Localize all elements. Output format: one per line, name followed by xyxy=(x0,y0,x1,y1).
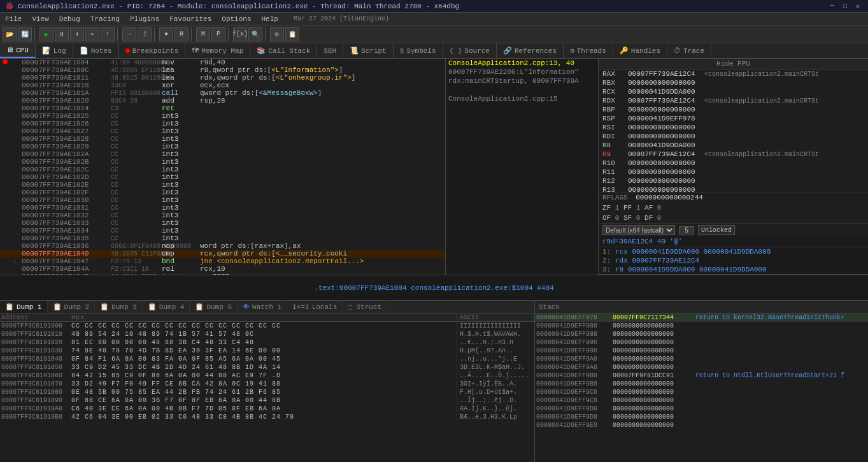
menu-file[interactable]: File xyxy=(0,13,27,25)
stack-row[interactable]: 00000041D9EFF9800000000000000000 xyxy=(535,322,868,330)
tab-breakpoints[interactable]: Breakpoints xyxy=(119,43,186,58)
calc-btn[interactable]: f(x) xyxy=(233,27,247,41)
disasm-row[interactable]: 00007FF739AE102BCCint3 xyxy=(0,158,445,166)
register-value[interactable]: 0000000000000000 xyxy=(628,159,704,167)
register-value[interactable]: 00000041D9EFF978 xyxy=(628,115,704,122)
disasm-row[interactable]: 00007FF739AE1027CCint3 xyxy=(0,127,445,135)
register-value[interactable]: 0000000000000000 xyxy=(628,79,704,87)
dump-tab[interactable]: ⬚ Struct xyxy=(343,301,387,313)
menu-favourites[interactable]: Favourites xyxy=(164,13,217,25)
disasm-row[interactable]: 00007FF739AE1029CCint3 xyxy=(0,143,445,150)
dump-row[interactable]: 00007FF9C819107033 D2 49 F7 F0 49 FF CE … xyxy=(0,380,534,388)
tab-handles[interactable]: 🔑 Handles xyxy=(613,43,667,58)
disasm-row[interactable]: 00007FF739AE104048:8D05 C11F0000cmprcx,q… xyxy=(0,250,445,257)
tab-symbols[interactable]: § Symbols xyxy=(394,43,443,58)
menu-view[interactable]: View xyxy=(27,13,53,25)
step-out-button[interactable]: ↑ xyxy=(101,27,115,41)
disasm-row[interactable]: 00007FF739AE102083C4 28addrsp,28 xyxy=(0,97,445,105)
dump-tab[interactable]: 📋 Dump 4 xyxy=(143,301,190,313)
dump-row[interactable]: 00007FF9C819106084 42 15 85 C9 0F 86 6A … xyxy=(0,372,534,380)
run-to-return[interactable]: ⤴ xyxy=(138,27,152,41)
restart-button[interactable]: 🔄 xyxy=(18,27,32,41)
tab-cpu[interactable]: 🖥 CPU xyxy=(0,43,36,58)
log-btn[interactable]: 📋 xyxy=(285,27,299,41)
hide-fpu-button[interactable]: Hide FPU xyxy=(599,59,868,69)
disasm-row[interactable]: 00007FF739AE1028CCint3 xyxy=(0,135,445,143)
tab-log[interactable]: 📝 Log xyxy=(36,43,73,58)
register-value[interactable]: 00007FF739AE12C4 xyxy=(628,97,704,105)
menu-tracing[interactable]: Tracing xyxy=(85,13,125,25)
stack-row[interactable]: 00000041D9EFF9880000000000000000 xyxy=(535,330,868,338)
menu-help[interactable]: Help xyxy=(257,13,283,25)
register-value[interactable]: 0000000000000000 xyxy=(628,133,704,140)
minimize-button[interactable]: ─ xyxy=(827,2,837,11)
stack-row[interactable]: 00000041D9EFF9900000000000000000 xyxy=(535,338,868,347)
dump-tab[interactable]: 📋 Dump 1 xyxy=(0,301,48,313)
dump-row[interactable]: 00007FF9C819103074 9E 40 78 70 4D 7B 8D … xyxy=(0,347,534,355)
menu-debug[interactable]: Debug xyxy=(54,13,85,25)
dump-row[interactable]: 00007FF9C81910800E 48 5B 00 75 85 EA 44 … xyxy=(0,388,534,396)
register-value[interactable]: 0000000000000000 xyxy=(628,168,704,176)
register-value[interactable]: 0000000000000000 xyxy=(628,186,704,192)
disasm-row[interactable]: 00007FF739AE1030CCint3 xyxy=(0,196,445,204)
stack-row[interactable]: 00000041D9EFF9D80000000000000000 xyxy=(535,413,868,421)
tab-source[interactable]: { } Source xyxy=(443,43,497,58)
disasm-row[interactable]: 00007FF739AE10366666:0F1F8400 0000000nop… xyxy=(0,242,445,250)
stack-row[interactable]: 00000041D9EFF9E00000000000000000 xyxy=(535,421,868,430)
hardware-bp[interactable]: H xyxy=(174,27,189,41)
register-value[interactable]: 0000000000000000 xyxy=(628,177,704,185)
step-into-button[interactable]: ⬇ xyxy=(70,27,84,41)
dump-row[interactable]: 00007FF9C81910B042 C6 04 3E 00 EB 02 33 … xyxy=(0,413,534,421)
menu-plugins[interactable]: Plugins xyxy=(125,13,164,25)
stack-row[interactable]: 00000041D9EFF9C80000000000000000 xyxy=(535,396,868,405)
menu-options[interactable]: Options xyxy=(217,13,256,25)
dump-tab[interactable]: 📋 Dump 2 xyxy=(48,301,96,313)
disasm-row[interactable]: 00007FF739AE101148:8D15 00120000leardx,q… xyxy=(0,74,445,82)
tab-memory-map[interactable]: 🗺 Memory Map xyxy=(185,43,250,58)
tab-references[interactable]: 🔗 References xyxy=(497,43,564,58)
dump-row[interactable]: 00007FF9C8191000CC CC CC CC CC CC CC CC … xyxy=(0,322,534,330)
run-button[interactable]: ▶ xyxy=(39,27,53,41)
titlebar-controls[interactable]: ─ □ ✕ xyxy=(827,2,863,11)
disasm-row[interactable]: 00007FF739AE1033CCint3 xyxy=(0,219,445,227)
settings-btn[interactable]: ⚙ xyxy=(270,27,284,41)
dump-row[interactable]: 00007FF9C819105033 C9 D2 45 33 DC 4B 2D … xyxy=(0,363,534,372)
disasm-row[interactable]: 00007FF739AE102ACCint3 xyxy=(0,150,445,158)
stack-row[interactable]: 00000041D9EFF9C00000000000000000 xyxy=(535,388,868,396)
disasm-row[interactable]: 00007FF739AE100C4C:8D05 EF110000lear8,qw… xyxy=(0,66,445,74)
disasm-row[interactable]: 00007FF739AE1026CCint3 xyxy=(0,120,445,127)
tab-call-stack[interactable]: 📚 Call Stack xyxy=(250,43,317,58)
stack-content[interactable]: 00000041D9EFF97800007FF9C7117344return t… xyxy=(535,314,868,462)
disasm-row[interactable]: 00007FF739AE1024C3ret xyxy=(0,105,445,112)
disasm-row[interactable]: 00007FF739AE100441:B9 40000000movr9d,40 xyxy=(0,59,445,66)
arg-count-input[interactable] xyxy=(679,226,694,235)
disasm-row[interactable]: 00007FF739AE102ECCint3 xyxy=(0,181,445,189)
register-value[interactable]: 00007FF739AE12C4 xyxy=(628,70,704,78)
maximize-button[interactable]: □ xyxy=(840,2,850,11)
disasm-row[interactable]: 00007FF739AE104E66:F7C1 FFFFtestcx,FFFF xyxy=(0,273,445,275)
dump-content[interactable]: AddressHexASCII00007FF9C8191000CC CC CC … xyxy=(0,314,534,462)
disasm-row[interactable]: 00007FF739AE1032CCint3 xyxy=(0,212,445,219)
toggle-bp[interactable]: ● xyxy=(159,27,173,41)
disasm-row[interactable]: 00007FF739AE1034CCint3 xyxy=(0,227,445,235)
dump-row[interactable]: 00007FF9C81910A0C6 40 3E CE 6A 0A 00 4B … xyxy=(0,405,534,413)
dump-row[interactable]: 00007FF9C81910400F 84 F1 6A 0A 00 83 FA … xyxy=(0,355,534,363)
stack-row[interactable]: 00000041D9EFF9980000000000000000 xyxy=(535,347,868,355)
stack-row[interactable]: 00000041D9EFF97800007FF9C7117344return t… xyxy=(535,314,868,322)
disasm-row[interactable]: 00007FF739AE101833C0xorecx,ecx xyxy=(0,82,445,89)
register-value[interactable]: 00000041D9DDA000 xyxy=(628,141,704,149)
run-to-cursor[interactable]: → xyxy=(122,27,136,41)
disasm-row[interactable]: 00007FF739AE1035CCint3 xyxy=(0,235,445,242)
stack-row[interactable]: 00000041D9EFF9B80000000000000000 xyxy=(535,380,868,388)
register-value[interactable]: 0000000000000000 xyxy=(628,124,704,131)
disasm-row[interactable]: 00007FF739AE102FCCint3 xyxy=(0,189,445,196)
tab-notes[interactable]: 📄 Notes xyxy=(73,43,119,58)
dump-row[interactable]: 00007FF9C819101048 89 54 24 10 48 89 74 … xyxy=(0,330,534,338)
tab-trace[interactable]: ⏱ Trace xyxy=(667,43,711,58)
disasm-row[interactable]: ↓00007FF739AE1047F2:75 12bndjne <console… xyxy=(0,257,445,265)
dump-tab[interactable]: 👁 Watch 1 xyxy=(238,301,287,313)
register-value[interactable]: 00007FF739AE12C4 xyxy=(628,150,704,158)
dump-row[interactable]: 00007FF9C81910900F 88 CE 6A 0A 00 3B F7 … xyxy=(0,396,534,405)
tab-seh[interactable]: SEH xyxy=(317,43,343,58)
disasm-row[interactable]: 00007FF739AE101AFF15 60100000callqword p… xyxy=(0,89,445,97)
